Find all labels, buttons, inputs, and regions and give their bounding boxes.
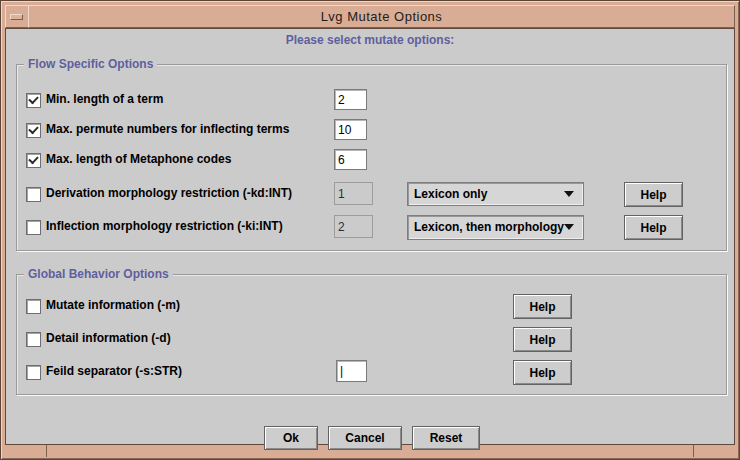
header-text: Please select mutate options:	[6, 33, 734, 47]
max-permute-input[interactable]	[334, 119, 367, 140]
help-button-detail[interactable]: Help	[513, 327, 572, 352]
checkbox-label: Detail information (-d)	[46, 330, 171, 346]
ok-button[interactable]: Ok	[264, 426, 318, 450]
window-title: Lvg Mutate Options	[321, 9, 443, 24]
triangle-down-icon	[564, 224, 574, 230]
triangle-down-icon	[564, 191, 574, 197]
checkbox-max-metaphone[interactable]	[26, 153, 41, 168]
checkbox-min-length[interactable]	[26, 93, 41, 108]
dropdown-selected-value: Lexicon, then morphology	[414, 220, 564, 234]
checkbox-label: Min. length of a term	[46, 91, 163, 107]
check-icon	[28, 154, 39, 165]
dropdown-selected-value: Lexicon only	[414, 187, 487, 201]
checkbox-field-separator[interactable]	[26, 365, 41, 380]
checkbox-max-permute[interactable]	[26, 123, 41, 138]
derivation-restriction-dropdown[interactable]: Lexicon only	[407, 182, 584, 206]
check-icon	[28, 124, 39, 135]
checkbox-label: Feild separator (-s:STR)	[46, 363, 182, 379]
checkbox-derivation-restriction[interactable]	[26, 187, 41, 202]
inflection-restriction-dropdown[interactable]: Lexicon, then morphology	[407, 215, 584, 240]
help-button-mutate[interactable]: Help	[513, 294, 572, 319]
reset-button[interactable]: Reset	[412, 426, 480, 450]
checkbox-label: Max. length of Metaphone codes	[46, 151, 231, 167]
group-title: Global Behavior Options	[24, 267, 173, 281]
group-title: Flow Specific Options	[24, 57, 157, 71]
derivation-restriction-input	[334, 182, 373, 205]
inflection-restriction-input	[334, 215, 373, 238]
checkbox-label: Inflection morphology restriction (-ki:I…	[46, 218, 283, 234]
help-button-derivation[interactable]: Help	[624, 182, 683, 207]
window-menu-button[interactable]	[5, 5, 29, 28]
checkbox-label: Max. permute numbers for inflecting term…	[46, 121, 289, 137]
checkbox-mutate-information[interactable]	[26, 299, 41, 314]
min-length-input[interactable]	[334, 89, 367, 110]
help-button-inflection[interactable]: Help	[624, 215, 683, 240]
help-button-separator[interactable]: Help	[513, 360, 572, 385]
check-icon	[28, 94, 39, 105]
checkbox-detail-information[interactable]	[26, 332, 41, 347]
dialog-window: Lvg Mutate Options Please select mutate …	[0, 0, 740, 460]
titlebar[interactable]: Lvg Mutate Options	[28, 5, 735, 28]
frame-resize-tick	[46, 445, 47, 457]
field-separator-input[interactable]	[336, 360, 367, 382]
dialog-content: Please select mutate options: Flow Speci…	[5, 28, 735, 445]
cancel-button[interactable]: Cancel	[328, 426, 402, 450]
frame-resize-tick	[693, 445, 694, 457]
checkbox-inflection-restriction[interactable]	[26, 220, 41, 235]
checkbox-label: Derivation morphology restriction (-kd:I…	[46, 185, 292, 201]
checkbox-label: Mutate information (-m)	[46, 297, 180, 313]
minimize-dash-icon	[10, 14, 23, 20]
max-metaphone-input[interactable]	[334, 149, 367, 170]
